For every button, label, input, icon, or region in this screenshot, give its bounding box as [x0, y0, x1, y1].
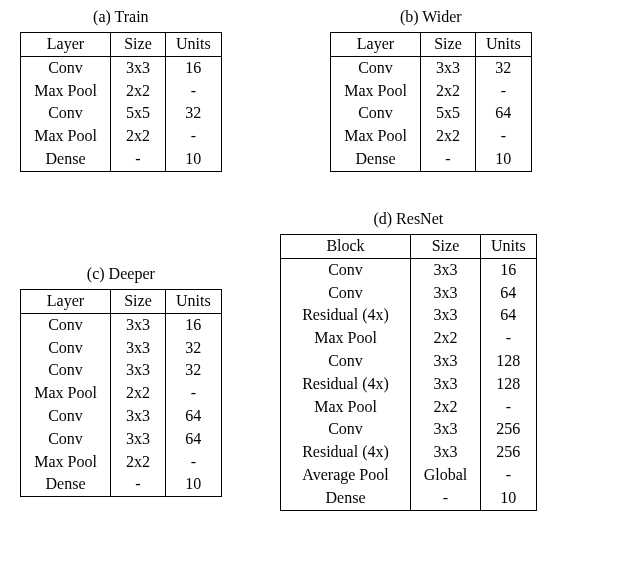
table-cell: Max Pool: [21, 80, 111, 103]
table-cell: Conv: [21, 405, 111, 428]
table-header-row: Layer Size Units: [21, 33, 222, 57]
table-cell: Dense: [21, 473, 111, 496]
header-cell: Units: [166, 33, 222, 57]
table-cell: -: [481, 396, 537, 419]
table-header-row: Block Size Units: [281, 235, 537, 259]
table-row: Conv3x332: [21, 337, 222, 360]
table-cell: 2x2: [421, 125, 476, 148]
table-row: Conv3x3256: [281, 418, 537, 441]
table-block-train: (a) Train Layer Size Units Conv3x316Max …: [20, 8, 222, 172]
table-cell: -: [166, 125, 222, 148]
table-block-resnet: (d) ResNet Block Size Units Conv3x316Con…: [280, 210, 537, 511]
table-cell: Residual (4x): [281, 304, 411, 327]
table-row: Conv3x364: [281, 282, 537, 305]
table-row: Residual (4x)3x3128: [281, 373, 537, 396]
table-cell: 16: [166, 56, 222, 79]
table-cell: Conv: [281, 418, 411, 441]
table-cell: -: [166, 382, 222, 405]
table-cell: -: [166, 451, 222, 474]
caption-deeper: (c) Deeper: [87, 265, 155, 283]
table-cell: 2x2: [111, 451, 166, 474]
table-row: Conv3x364: [21, 405, 222, 428]
table-cell: Conv: [21, 102, 111, 125]
table-cell: Dense: [281, 487, 411, 510]
table-cell: 3x3: [111, 428, 166, 451]
table-row: Conv5x564: [331, 102, 532, 125]
table-cell: Max Pool: [281, 327, 411, 350]
table-cell: 10: [481, 487, 537, 510]
table-cell: 3x3: [421, 56, 476, 79]
table-cell: 3x3: [411, 304, 481, 327]
table-cell: 32: [166, 337, 222, 360]
table-cell: 3x3: [411, 350, 481, 373]
table-cell: Max Pool: [281, 396, 411, 419]
table-cell: 10: [476, 148, 532, 171]
table-row: Max Pool2x2-: [281, 396, 537, 419]
table-wider: Layer Size Units Conv3x332Max Pool2x2-Co…: [330, 32, 532, 172]
header-cell: Size: [421, 33, 476, 57]
table-cell: Conv: [281, 282, 411, 305]
table-cell: 256: [481, 418, 537, 441]
table-row: Dense-10: [21, 148, 222, 171]
table-cell: 10: [166, 148, 222, 171]
table-cell: -: [476, 80, 532, 103]
table-row: Residual (4x)3x364: [281, 304, 537, 327]
table-row: Max Pool2x2-: [331, 80, 532, 103]
header-cell: Units: [476, 33, 532, 57]
table-cell: 3x3: [411, 373, 481, 396]
table-block-deeper: (c) Deeper Layer Size Units Conv3x316Con…: [20, 265, 222, 497]
table-cell: Dense: [331, 148, 421, 171]
table-row: Average PoolGlobal-: [281, 464, 537, 487]
header-cell: Block: [281, 235, 411, 259]
header-cell: Size: [111, 33, 166, 57]
table-cell: -: [411, 487, 481, 510]
header-cell: Layer: [21, 290, 111, 314]
table-cell: -: [166, 80, 222, 103]
table-cell: 2x2: [411, 327, 481, 350]
table-row: Dense-10: [331, 148, 532, 171]
table-cell: 64: [481, 304, 537, 327]
table-cell: 16: [481, 258, 537, 281]
header-cell: Layer: [21, 33, 111, 57]
table-cell: -: [476, 125, 532, 148]
table-cell: 3x3: [111, 405, 166, 428]
table-cell: 3x3: [111, 313, 166, 336]
table-cell: 3x3: [411, 282, 481, 305]
table-body: Conv3x332Max Pool2x2-Conv5x564Max Pool2x…: [331, 56, 532, 171]
caption-resnet: (d) ResNet: [373, 210, 443, 228]
table-cell: 64: [481, 282, 537, 305]
table-cell: 128: [481, 350, 537, 373]
table-cell: 3x3: [411, 441, 481, 464]
table-cell: 3x3: [411, 258, 481, 281]
table-header-row: Layer Size Units: [331, 33, 532, 57]
header-cell: Size: [411, 235, 481, 259]
table-row: Max Pool2x2-: [331, 125, 532, 148]
table-cell: 3x3: [411, 418, 481, 441]
table-row: Conv3x316: [21, 56, 222, 79]
table-cell: Dense: [21, 148, 111, 171]
table-cell: 3x3: [111, 337, 166, 360]
table-cell: 16: [166, 313, 222, 336]
table-cell: 64: [476, 102, 532, 125]
table-header-row: Layer Size Units: [21, 290, 222, 314]
table-row: Dense-10: [281, 487, 537, 510]
table-cell: -: [481, 464, 537, 487]
table-cell: Residual (4x): [281, 441, 411, 464]
table-cell: 128: [481, 373, 537, 396]
table-train: Layer Size Units Conv3x316Max Pool2x2-Co…: [20, 32, 222, 172]
table-row: Max Pool2x2-: [21, 80, 222, 103]
table-row: Conv3x3128: [281, 350, 537, 373]
table-cell: Average Pool: [281, 464, 411, 487]
table-cell: -: [111, 148, 166, 171]
table-cell: -: [481, 327, 537, 350]
table-cell: Max Pool: [331, 125, 421, 148]
table-cell: -: [111, 473, 166, 496]
table-cell: Residual (4x): [281, 373, 411, 396]
table-cell: Conv: [281, 350, 411, 373]
table-row: Conv3x332: [21, 359, 222, 382]
table-cell: 10: [166, 473, 222, 496]
table-row: Max Pool2x2-: [21, 451, 222, 474]
table-cell: Global: [411, 464, 481, 487]
table-cell: Max Pool: [331, 80, 421, 103]
table-row: Conv5x532: [21, 102, 222, 125]
